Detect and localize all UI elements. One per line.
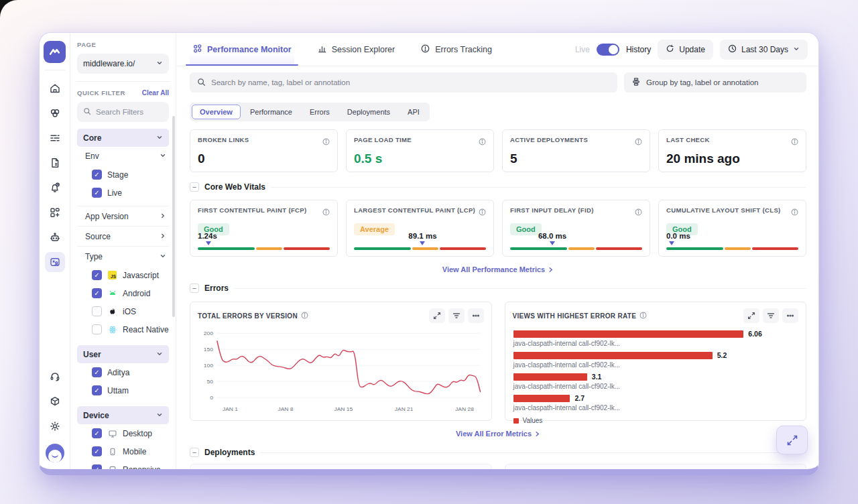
view-all-errors-link[interactable]: View All Error Metrics [456, 430, 540, 438]
filter-group-type[interactable]: Type [77, 246, 169, 266]
filter-option-uttam[interactable]: Uttam [77, 381, 169, 399]
page-select[interactable]: middleware.io/ [77, 54, 169, 74]
checkbox[interactable] [92, 306, 102, 316]
view-all-performance-link[interactable]: View All Performance Metrics [442, 265, 554, 273]
metric-label: LAST CHECK [666, 136, 710, 143]
info-icon[interactable] [322, 206, 330, 218]
document-icon[interactable] [45, 153, 65, 173]
info-icon[interactable] [635, 136, 642, 148]
summary-metrics-row: BROKEN LINKS 0 PAGE LOAD TIME 0.5 s ACTI… [190, 129, 806, 172]
filter-section-device[interactable]: Device [77, 406, 169, 424]
search-input[interactable]: Search by name, tag, label or annotation [190, 72, 617, 92]
checkbox[interactable] [92, 288, 102, 298]
mobile-icon [107, 446, 117, 456]
expand-icon[interactable] [429, 308, 445, 323]
checkbox[interactable] [92, 385, 102, 395]
sidebar-scrollbar[interactable] [172, 116, 175, 317]
package-add-icon[interactable] [45, 391, 65, 412]
checkbox[interactable] [92, 170, 102, 180]
expand-icon[interactable] [743, 308, 759, 323]
checkbox[interactable] [92, 446, 102, 456]
filter-option-react-native[interactable]: React Native [77, 320, 169, 338]
filter-option-live[interactable]: Live [77, 184, 169, 202]
checkbox[interactable] [92, 367, 102, 377]
bar-chart-icon [317, 44, 327, 56]
filter-option-javascript[interactable]: JS Javascript [77, 266, 169, 284]
live-label: Live [575, 45, 590, 54]
search-filters-input[interactable]: Search Filters [77, 102, 169, 122]
info-icon[interactable] [301, 312, 308, 320]
error-rate-bar [513, 330, 744, 338]
info-icon[interactable] [479, 206, 486, 218]
home-icon[interactable] [45, 78, 65, 99]
checkbox[interactable] [92, 464, 102, 469]
info-icon[interactable] [791, 206, 798, 218]
headset-icon[interactable] [45, 367, 65, 387]
info-icon[interactable] [479, 136, 486, 148]
bar-row: 6.06 java-claspath-internal call-cf902-l… [513, 330, 798, 351]
group-by-button[interactable]: Group by tag, label or annotation [624, 72, 806, 92]
option-label: Javascript [123, 271, 159, 280]
more-options-icon[interactable] [782, 308, 798, 323]
subtab-performance[interactable]: Performance [242, 105, 300, 119]
option-label: Live [107, 188, 122, 198]
avatar[interactable] [46, 444, 64, 462]
update-button[interactable]: Update [658, 40, 713, 60]
subtab-deployments[interactable]: Deployments [339, 105, 398, 119]
more-options-icon[interactable] [468, 308, 484, 323]
tab-errors-tracking[interactable]: Errors Tracking [418, 33, 495, 66]
subtab-api[interactable]: API [400, 105, 428, 119]
quick-filter-label: QUICK FILTER [77, 89, 125, 97]
core-web-vitals-row: FIRST CONTENTFUL PAINT (FCP) Good 1.24s … [190, 200, 806, 257]
filter-sidebar: PAGE middleware.io/ QUICK FILTER Clear A… [70, 33, 176, 469]
checkbox[interactable] [92, 270, 102, 280]
collapse-icon[interactable]: − [190, 448, 199, 457]
tab-label: Session Explorer [332, 45, 395, 54]
collapse-icon[interactable]: − [190, 284, 199, 293]
filter-section-user[interactable]: User [77, 345, 169, 363]
clear-all-link[interactable]: Clear All [142, 89, 169, 97]
filter-option-aditya[interactable]: Aditya [77, 363, 169, 381]
expand-dashboard-button[interactable] [776, 426, 808, 454]
info-icon[interactable] [639, 312, 647, 320]
filter-section-core[interactable]: Core [77, 129, 169, 147]
total-errors-chart-card: TOTAL ERRORS BY VERSION 050100150200JAN … [190, 302, 492, 421]
dashboard-add-icon[interactable] [45, 202, 65, 223]
info-icon[interactable] [791, 136, 798, 148]
logs-lines-icon[interactable] [45, 128, 65, 148]
checkbox[interactable] [92, 188, 102, 198]
filter-option-responsive[interactable]: Reponsive [77, 460, 169, 469]
checkbox[interactable] [92, 428, 102, 438]
filter-group-app-version[interactable]: App Version [77, 206, 169, 226]
filter-icon[interactable] [448, 308, 465, 323]
middleware-logo[interactable] [44, 41, 66, 63]
filter-group-env[interactable]: Env [77, 147, 169, 166]
collapse-icon[interactable]: − [190, 182, 199, 192]
filter-option-desktop[interactable]: Desktop [77, 424, 169, 442]
filter-option-mobile[interactable]: Mobile [77, 442, 169, 460]
checkbox[interactable] [92, 324, 102, 334]
vital-value: 68.0 ms [538, 232, 566, 240]
filter-option-ios[interactable]: iOS [77, 302, 169, 320]
live-history-toggle[interactable] [597, 44, 619, 56]
filter-option-android[interactable]: Android [77, 284, 169, 302]
filter-option-stage[interactable]: Stage [77, 166, 169, 184]
alert-bell-icon[interactable] [45, 178, 65, 198]
refresh-icon [666, 44, 674, 55]
tab-session-explorer[interactable]: Session Explorer [314, 33, 398, 66]
infra-cluster-icon[interactable] [45, 103, 65, 123]
info-icon[interactable] [635, 206, 642, 218]
error-rate-bar [513, 373, 587, 381]
date-range-button[interactable]: Last 30 Days [720, 40, 808, 60]
apple-icon [107, 306, 117, 316]
rum-browser-icon[interactable] [45, 252, 65, 272]
filter-icon[interactable] [763, 308, 779, 323]
subtab-errors[interactable]: Errors [302, 105, 338, 119]
info-icon[interactable] [322, 136, 330, 148]
tab-performance-monitor[interactable]: Performance Monitor [190, 33, 294, 66]
chevron-down-icon [793, 45, 800, 54]
bot-icon[interactable] [45, 227, 65, 247]
subtab-overview[interactable]: Overview [192, 105, 241, 119]
gear-icon[interactable] [45, 416, 65, 436]
filter-group-source[interactable]: Source [77, 226, 169, 246]
